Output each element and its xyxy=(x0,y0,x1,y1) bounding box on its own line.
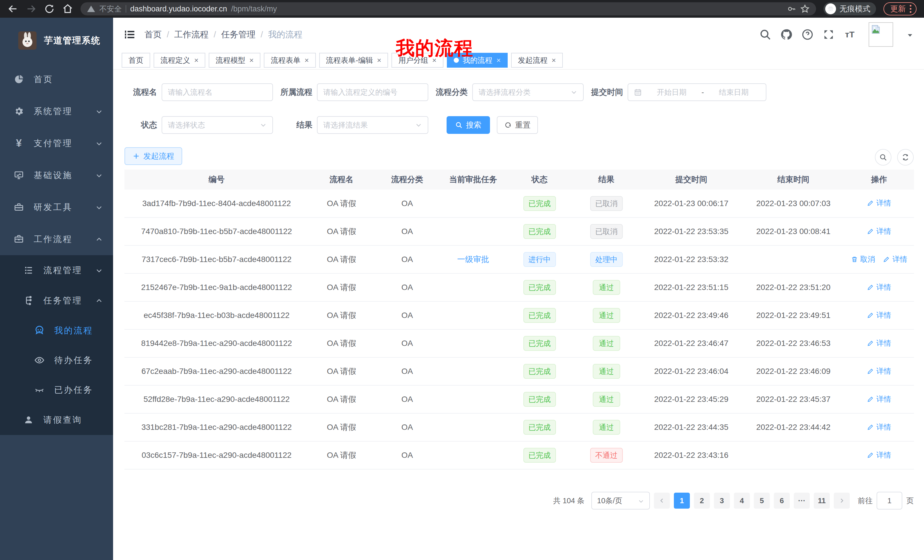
owner-process-input[interactable] xyxy=(317,83,428,101)
bookmark-star-icon[interactable] xyxy=(800,4,810,14)
page-button[interactable]: 11 xyxy=(814,493,830,509)
detail-link[interactable]: 详情 xyxy=(867,282,891,292)
tab-start-process[interactable]: 发起流程× xyxy=(511,53,563,67)
search-button[interactable]: 搜索 xyxy=(447,116,490,134)
detail-link[interactable]: 详情 xyxy=(867,366,891,376)
github-icon[interactable] xyxy=(780,28,793,41)
sidebar-item-task-mgmt[interactable]: 任务管理 xyxy=(0,285,113,316)
close-icon[interactable]: × xyxy=(194,56,198,65)
sidebar-item-system[interactable]: 系统管理 xyxy=(0,95,113,127)
page-button[interactable]: 5 xyxy=(754,493,770,509)
sidebar-item-process-mgmt[interactable]: 流程管理 xyxy=(0,255,113,285)
detail-link[interactable]: 详情 xyxy=(867,422,891,432)
prev-page-button[interactable] xyxy=(654,493,670,509)
sidebar-item-todo-tasks[interactable]: 待办任务 xyxy=(0,345,113,375)
security-label[interactable]: 不安全 xyxy=(99,4,122,14)
reload-icon[interactable] xyxy=(44,3,55,14)
breadcrumb-task-mgmt[interactable]: 任务管理 xyxy=(221,29,255,40)
sidebar-item-home[interactable]: 首页 xyxy=(0,63,113,95)
result-select[interactable] xyxy=(317,116,428,134)
submit-time-label: 提交时间 xyxy=(591,87,628,97)
sidebar-item-my-process[interactable]: 我的流程 xyxy=(0,316,113,345)
detail-link[interactable]: 详情 xyxy=(867,338,891,348)
edit-icon xyxy=(867,452,874,459)
next-page-button[interactable] xyxy=(834,493,850,509)
page-button[interactable]: 3 xyxy=(714,493,730,509)
password-key-icon[interactable] xyxy=(787,4,796,13)
close-icon[interactable]: × xyxy=(249,56,254,65)
browser-menu-icon[interactable] xyxy=(910,5,911,13)
home-icon[interactable] xyxy=(62,3,73,14)
category-select[interactable] xyxy=(472,83,584,101)
update-label[interactable]: 更新 xyxy=(890,4,906,14)
page-button[interactable]: 4 xyxy=(734,493,750,509)
page-size-select[interactable]: 10条/页 xyxy=(591,492,650,509)
toggle-search-button[interactable] xyxy=(875,149,891,166)
table-row: 7470a810-7b9b-11ec-b5b7-acde48001122 OA … xyxy=(124,217,914,246)
date-range-picker[interactable]: 开始日期 - 结束日期 xyxy=(628,83,766,101)
search-icon[interactable] xyxy=(759,28,771,41)
close-icon[interactable]: × xyxy=(304,56,309,65)
sidebar-item-devtools[interactable]: 研发工具 xyxy=(0,191,113,223)
detail-link[interactable]: 详情 xyxy=(867,198,891,208)
detail-link[interactable]: 详情 xyxy=(867,450,891,460)
cancel-link[interactable]: 取消 xyxy=(851,254,875,264)
page-button[interactable]: 6 xyxy=(774,493,790,509)
sidebar-item-workflow[interactable]: 工作流程 xyxy=(0,223,113,255)
tab-home[interactable]: 首页 xyxy=(122,53,150,67)
sidebar-item-payment[interactable]: ¥ 支付管理 xyxy=(0,127,113,159)
sidebar-item-infra[interactable]: 基础设施 xyxy=(0,159,113,191)
reset-button[interactable]: 重置 xyxy=(497,116,538,134)
avatar-caret-icon[interactable] xyxy=(906,32,914,37)
tab-process-form[interactable]: 流程表单× xyxy=(264,53,315,67)
col-actions: 操作 xyxy=(844,169,914,190)
close-icon[interactable]: × xyxy=(377,56,381,65)
breadcrumb-home[interactable]: 首页 xyxy=(144,29,162,40)
pagination: 共 104 条 10条/页 1 2 3 4 5 6 ··· 11 前往 页 xyxy=(124,492,914,509)
font-size-icon[interactable]: тТ xyxy=(843,28,856,41)
page-ellipsis[interactable]: ··· xyxy=(794,493,810,509)
create-process-button[interactable]: 发起流程 xyxy=(124,147,182,165)
page-button[interactable]: 1 xyxy=(674,493,690,509)
chevron-down-icon xyxy=(95,267,103,274)
url-host[interactable]: dashboard.yudao.iocoder.cn xyxy=(130,4,227,13)
goto-prefix: 前往 xyxy=(858,496,873,506)
close-icon[interactable]: × xyxy=(496,56,501,65)
status-badge: 已完成 xyxy=(524,280,556,295)
detail-link[interactable]: 详情 xyxy=(867,310,891,320)
tab-process-model[interactable]: 流程模型× xyxy=(209,53,260,67)
sidebar-item-done-tasks[interactable]: 已办任务 xyxy=(0,375,113,405)
breadcrumb-workflow[interactable]: 工作流程 xyxy=(174,29,208,40)
close-icon[interactable]: × xyxy=(552,56,556,65)
yen-icon: ¥ xyxy=(14,138,24,148)
detail-link[interactable]: 详情 xyxy=(867,226,891,236)
forward-icon[interactable] xyxy=(26,3,36,14)
edit-icon xyxy=(867,395,874,403)
tab-process-definition[interactable]: 流程定义× xyxy=(154,53,205,67)
sidebar-item-leave-query[interactable]: 请假查询 xyxy=(0,405,113,435)
detail-link[interactable]: 详情 xyxy=(883,254,907,264)
red-annotation-text: 我的流程 xyxy=(396,35,473,61)
table-row: 3ad174fb-7b9d-11ec-8404-acde48001122 OA … xyxy=(124,190,914,217)
address-bar[interactable]: 不安全 dashboard.yudao.iocoder.cn/bpm/task/… xyxy=(81,2,816,15)
process-name-input[interactable] xyxy=(162,83,273,101)
goto-page-input[interactable] xyxy=(877,492,902,509)
avatar[interactable] xyxy=(868,22,893,47)
date-end-placeholder[interactable]: 结束日期 xyxy=(707,87,760,97)
detail-link[interactable]: 详情 xyxy=(867,394,891,404)
fullscreen-icon[interactable] xyxy=(822,28,835,41)
menu-fold-icon[interactable] xyxy=(123,28,136,41)
help-icon[interactable] xyxy=(801,28,814,41)
edit-icon xyxy=(867,424,874,431)
result-badge: 通过 xyxy=(593,308,620,323)
update-button[interactable]: 更新 xyxy=(884,2,916,15)
tab-process-form-edit[interactable]: 流程表单-编辑× xyxy=(319,53,388,67)
refresh-table-button[interactable] xyxy=(897,149,914,166)
status-select[interactable] xyxy=(162,116,273,134)
current-task-link[interactable]: 一级审批 xyxy=(457,255,489,264)
status-badge: 已完成 xyxy=(524,196,556,211)
back-icon[interactable] xyxy=(8,3,18,14)
date-start-placeholder[interactable]: 开始日期 xyxy=(645,87,698,97)
cell-end-time: 2022-01-22 23:51:20 xyxy=(742,273,844,301)
page-button[interactable]: 2 xyxy=(694,493,710,509)
